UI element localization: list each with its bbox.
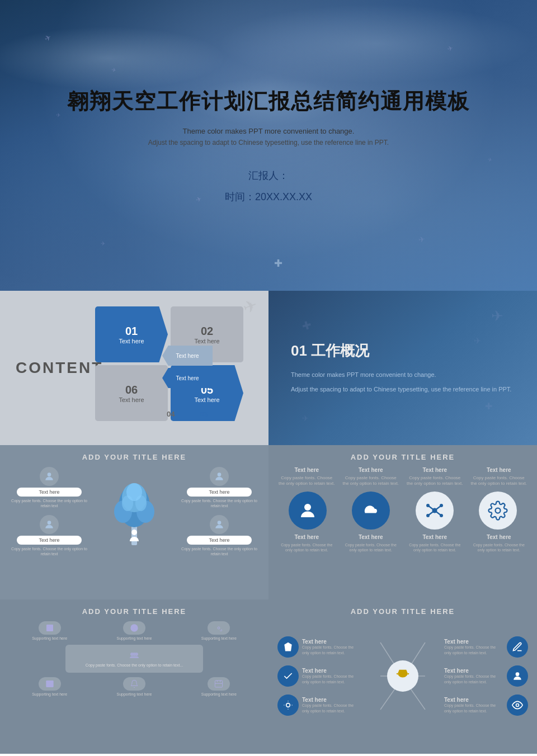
- box-06-text: Text here: [119, 396, 144, 403]
- slide-6-title: ADD YOUR TITLE HERE: [9, 607, 260, 616]
- people-desc-5: Copy paste fonts. Choose the only option…: [179, 546, 260, 556]
- trophy-desc-r1: Copy paste fonts. Choose the only option…: [444, 645, 503, 655]
- list-support-b1: Supporting text here: [32, 692, 67, 696]
- icon-item-1: Text here Copy paste fonts. Choose the o…: [277, 467, 336, 487]
- slide-3-sub2: Adjust the spacing to adapt to Chinese t…: [291, 384, 515, 395]
- icon-desc-4: Copy paste fonts. Choose the only option…: [470, 475, 529, 487]
- trophy-right-2: Text here Copy paste fonts. Choose the o…: [444, 665, 528, 687]
- trophy-desc-r3: Copy paste fonts. Choose the only option…: [444, 703, 503, 713]
- people-btn-5: Text here: [187, 536, 251, 545]
- trophy-icon-r2: [507, 665, 528, 687]
- list-pill-3: [208, 621, 230, 635]
- svg-line-19: [428, 505, 435, 511]
- icon-label-2: Text here: [359, 467, 383, 473]
- content-box-01: 01 Text here: [95, 306, 168, 362]
- icons-circles-row: [277, 492, 528, 530]
- trophy-label-l3: Text here: [302, 697, 361, 703]
- people-right-col: Text here Copy paste fonts. Choose the o…: [179, 467, 260, 556]
- slide-5-title: ADD YOUR TITLE HERE: [277, 453, 528, 461]
- icon-bottom-3: Text here Copy paste fonts. Choose the o…: [406, 534, 464, 552]
- icon-bottom-2: Text here Copy paste fonts. Choose the o…: [342, 534, 401, 552]
- trophy-right: Text here Copy paste fonts. Choose the o…: [444, 636, 528, 716]
- svg-rect-34: [215, 681, 223, 687]
- svg-point-13: [304, 504, 311, 511]
- icon-label-4: Text here: [487, 467, 511, 473]
- trophy-left-1: Text here Copy paste fonts. Choose the o…: [277, 636, 361, 658]
- tree-svg: [112, 475, 157, 548]
- svg-point-9: [126, 483, 142, 501]
- list-bottom-item-3: Supporting text here: [178, 677, 260, 696]
- people-icon-2: [210, 467, 229, 486]
- list-center-row: Copy paste fonts. Choose the only option…: [9, 645, 260, 673]
- trophy-icon-l1: [277, 636, 299, 658]
- list-support-b2: Supporting text here: [116, 692, 152, 696]
- trophy-layout: Text here Copy paste fonts. Choose the o…: [277, 620, 528, 732]
- trophy-right-1: Text here Copy paste fonts. Choose the o…: [444, 636, 528, 658]
- icon-bottom-label-4: Text here: [487, 534, 511, 540]
- arrow-box-top: Text here: [162, 346, 213, 366]
- svg-point-35: [286, 703, 290, 707]
- svg-point-12: [218, 521, 222, 525]
- slide-3-title: 01 工作概况: [291, 341, 515, 361]
- icon-desc-2: Copy paste fonts. Choose the only option…: [342, 475, 401, 487]
- svg-point-1: [48, 521, 51, 525]
- list-bottom-item-1: Supporting text here: [9, 677, 90, 696]
- content-boxes-container: 01 Text here 02 Text here 06 Text here: [95, 306, 257, 429]
- trophy-right-3: Text here Copy paste fonts. Choose the o…: [444, 694, 528, 716]
- svg-line-22: [435, 511, 441, 516]
- people-btn-4: Text here: [17, 536, 81, 545]
- icon-bottom-4: Text here Copy paste fonts. Choose the o…: [470, 534, 529, 552]
- slide-1: ✈ ✈ ✈ ✈ ✈ ✈ ✈ ✈ ✚ 翱翔天空工作计划汇报总结简约通用模板 The…: [0, 0, 537, 291]
- s3-deco-4: ✚: [300, 318, 313, 333]
- trophy-label-r3: Text here: [444, 697, 503, 703]
- s3-deco-3: ✈: [302, 414, 309, 423]
- content-box-06: 06 Text here: [95, 365, 168, 421]
- people-item-1: Text here Copy paste fonts. Choose the o…: [9, 467, 90, 508]
- list-pill-b1: [39, 677, 61, 691]
- list-top-item-1: Supporting text here: [9, 621, 90, 640]
- trophy-label-l1: Text here: [302, 639, 361, 645]
- slide-4-title: ADD YOUR TITLE HERE: [9, 453, 260, 461]
- list-top-item-2: Supporting text here: [93, 621, 175, 640]
- icon-item-2: Text here Copy paste fonts. Choose the o…: [342, 467, 401, 487]
- svg-rect-33: [46, 681, 53, 687]
- list-support-1: Supporting text here: [32, 636, 67, 640]
- list-pill-1: [39, 621, 61, 635]
- slide-3: ✈ ✈ ✈ ✚ ✚ 01 工作概况 Theme color makes PPT …: [268, 291, 537, 445]
- svg-point-32: [135, 653, 138, 656]
- icon-label-1: Text here: [294, 467, 319, 473]
- trophy-desc-r2: Copy paste fonts. Choose the only option…: [444, 674, 503, 684]
- icon-bottom-desc-3: Copy paste fonts. Choose the only option…: [406, 542, 464, 552]
- svg-line-21: [428, 511, 435, 516]
- svg-point-43: [516, 704, 519, 707]
- list-bottom-grid: Supporting text here Supporting text her…: [9, 677, 260, 696]
- box-06-num: 06: [125, 384, 138, 396]
- trophy-left: Text here Copy paste fonts. Choose the o…: [277, 636, 361, 716]
- list-support-b3: Supporting text here: [201, 692, 237, 696]
- svg-point-23: [496, 508, 501, 513]
- trophy-text-l2: Text here Copy paste fonts. Choose the o…: [302, 668, 361, 684]
- people-btn-2: Text here: [187, 488, 251, 497]
- slide-7: ADD YOUR TITLE HERE Text here Copy paste…: [268, 599, 537, 754]
- trophy-desc-l3: Copy paste fonts. Choose the only option…: [302, 703, 361, 713]
- list-center-card: Copy paste fonts. Choose the only option…: [65, 645, 203, 673]
- icon-item-4: Text here Copy paste fonts. Choose the o…: [470, 467, 529, 487]
- circle-icon-4: [479, 492, 517, 530]
- icon-bottom-desc-4: Copy paste fonts. Choose the only option…: [470, 542, 529, 552]
- people-btn-1: Text here: [17, 488, 81, 497]
- people-item-4: Text here Copy paste fonts. Choose the o…: [9, 515, 90, 556]
- icon-label-3: Text here: [422, 467, 447, 473]
- icon-bottom-label-1: Text here: [294, 534, 319, 540]
- icon-item-3: Text here Copy paste fonts. Choose the o…: [406, 467, 464, 487]
- icon-bottom-desc-1: Copy paste fonts. Choose the only option…: [277, 542, 336, 552]
- icons-top-row: Text here Copy paste fonts. Choose the o…: [277, 467, 528, 487]
- list-pill-b2: [123, 677, 145, 691]
- icon-bottom-label-3: Text here: [422, 534, 447, 540]
- svg-point-42: [516, 672, 520, 676]
- list-top-item-3: Supporting text here: [178, 621, 260, 640]
- trophy-text-l1: Text here Copy paste fonts. Choose the o…: [302, 639, 361, 655]
- trophy-label-r2: Text here: [444, 668, 503, 674]
- svg-point-28: [133, 626, 135, 629]
- slide-1-title: 翱翔天空工作计划汇报总结简约通用模板: [67, 87, 470, 116]
- list-pill-2: [123, 621, 145, 635]
